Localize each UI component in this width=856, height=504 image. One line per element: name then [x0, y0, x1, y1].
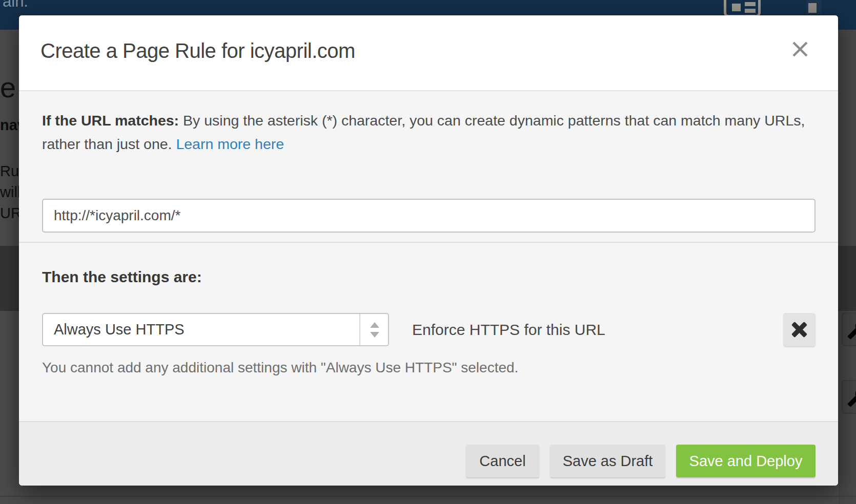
setting-select[interactable]: Always Use HTTPS [42, 313, 389, 346]
cancel-button[interactable]: Cancel [466, 445, 539, 477]
helper-text: You cannot add any additional settings w… [42, 360, 518, 376]
layout-grid-icon-bar [745, 2, 756, 6]
select-stepper[interactable] [359, 314, 388, 345]
modal-header: Create a Page Rule for icyapril.com [19, 15, 838, 90]
top-bar-text-fragment: ain. [3, 0, 28, 11]
modal-footer: Cancel Save as Draft Save and Deploy [19, 421, 838, 486]
chevron-up-icon [370, 322, 379, 328]
modal-title: Create a Page Rule for icyapril.com [40, 39, 355, 62]
layout-grid-icon-bar [745, 9, 756, 13]
url-match-label: If the URL matches: [42, 112, 179, 129]
close-icon [792, 41, 808, 57]
setting-row: Always Use HTTPS Enforce HTTPS for this … [42, 313, 816, 346]
url-pattern-input[interactable] [42, 199, 816, 233]
learn-more-link[interactable]: Learn more here [176, 136, 284, 152]
setting-select-value: Always Use HTTPS [54, 314, 185, 345]
close-button[interactable] [786, 35, 814, 64]
url-match-section: If the URL matches: By using the asteris… [19, 90, 838, 242]
setting-description: Enforce HTTPS for this URL [412, 313, 605, 346]
save-deploy-button[interactable]: Save and Deploy [676, 445, 816, 477]
remove-setting-button[interactable] [783, 313, 816, 346]
panel-icon-fragment [806, 0, 822, 14]
layout-grid-icon-block [732, 4, 741, 11]
settings-section: Then the settings are: Always Use HTTPS … [19, 242, 838, 421]
settings-heading: Then the settings are: [42, 268, 202, 286]
save-draft-button[interactable]: Save as Draft [550, 445, 665, 477]
layout-grid-icon [724, 0, 761, 17]
create-page-rule-modal: Create a Page Rule for icyapril.com If t… [19, 15, 838, 486]
panel-icon-chip [808, 3, 817, 13]
chevron-down-icon [370, 332, 379, 338]
url-match-paragraph: If the URL matches: By using the asteris… [42, 109, 809, 156]
